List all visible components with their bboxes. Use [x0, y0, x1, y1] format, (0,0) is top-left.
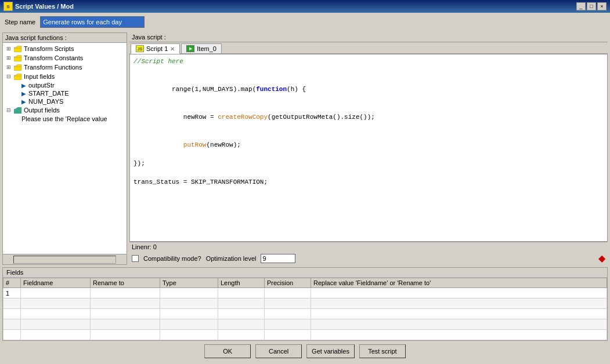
table-cell — [21, 288, 91, 299]
table-cell — [265, 319, 311, 330]
cancel-button[interactable]: Cancel — [255, 344, 302, 358]
left-panel-tree[interactable]: ⊞ Transform Scripts ⊞ — [3, 43, 127, 254]
col-header-number: # — [3, 278, 21, 288]
code-token: (getOutputRowMeta().size()); — [268, 114, 375, 121]
code-line — [133, 168, 604, 177]
tab-bar: JS Script 1 ✕ ▶ Item_0 — [129, 42, 608, 54]
sidebar-item-label: Transform Constants — [24, 54, 83, 61]
main-area: Java script functions : ⊞ Transform Scri… — [2, 32, 608, 265]
table-cell — [265, 309, 311, 319]
sidebar-item-label: Output fields — [24, 107, 60, 114]
table-row[interactable] — [3, 330, 607, 340]
sidebar-item-label: Transform Functions — [24, 64, 82, 71]
tab-item-0[interactable]: ▶ Item_0 — [181, 43, 222, 53]
table-cell — [91, 309, 160, 319]
editor-options-bar: Compatibility mode? Optimization level ◆ — [129, 252, 608, 265]
table-header-row: # Fieldname Rename to Type Length Precis… — [3, 278, 607, 288]
table-cell — [21, 309, 91, 319]
sidebar-item-label: NUM_DAYS — [28, 98, 63, 105]
table-cell — [3, 309, 21, 319]
toggle-icon: ⊟ — [4, 72, 13, 81]
compat-label: Compatibility mode? — [143, 255, 201, 262]
line-number: Linenr: 0 — [132, 243, 157, 250]
table-row[interactable] — [3, 319, 607, 330]
sidebar-item-transform-functions[interactable]: ⊞ Transform Functions — [3, 63, 127, 72]
code-token: newRow = — [172, 114, 218, 121]
table-cell — [21, 330, 91, 340]
ok-button[interactable]: OK — [204, 344, 251, 358]
test-script-button[interactable]: Test script — [359, 344, 406, 358]
maximize-button[interactable]: □ — [587, 2, 596, 10]
code-token: function — [256, 86, 287, 93]
sidebar-item-transform-constants[interactable]: ⊞ Transform Constants — [3, 53, 127, 63]
table-cell — [21, 299, 91, 309]
code-token: createRowCopy — [218, 114, 268, 121]
folder-icon — [13, 45, 23, 53]
sidebar-item-start-date[interactable]: ▶ START_DATE — [3, 89, 127, 97]
code-editor[interactable]: //Script here range(1,NUM_DAYS).map(func… — [129, 54, 608, 242]
app-icon: S — [3, 2, 13, 11]
sidebar-item-output-str[interactable]: ▶ outputStr — [3, 81, 127, 89]
toggle-icon: ⊞ — [4, 63, 13, 71]
sidebar-item-label: Input fields — [24, 73, 55, 80]
table-cell — [311, 299, 607, 309]
step-name-row: Step name — [2, 15, 608, 29]
code-line — [133, 66, 604, 75]
close-button[interactable]: × — [597, 2, 607, 10]
sidebar-item-input-fields[interactable]: ⊟ Input fields — [3, 72, 127, 81]
table-cell — [3, 319, 21, 330]
code-token: range(1,NUM_DAYS).map( — [172, 86, 256, 93]
table-cell — [218, 288, 265, 299]
step-name-input[interactable] — [40, 16, 145, 28]
table-cell — [3, 330, 21, 340]
col-header-precision: Precision — [265, 278, 311, 288]
table-row[interactable] — [3, 299, 607, 309]
window-controls: _ □ × — [576, 2, 607, 10]
table-cell — [91, 288, 160, 299]
table-cell — [3, 299, 21, 309]
table-cell — [311, 319, 607, 330]
sidebar-item-transform-scripts[interactable]: ⊞ Transform Scripts — [3, 44, 127, 53]
h-scroll-track[interactable] — [13, 256, 116, 264]
table-cell — [265, 299, 311, 309]
minimize-button[interactable]: _ — [576, 2, 586, 10]
code-token: (newRow); — [206, 141, 240, 148]
input-fields-icon — [13, 72, 23, 81]
fields-section: Fields # Fieldname Rename to Type Length… — [2, 267, 608, 341]
col-header-rename: Rename to — [91, 278, 160, 288]
table-row[interactable]: 1 — [3, 288, 607, 299]
folder-icon — [13, 54, 23, 62]
toggle-icon: ⊟ — [4, 106, 13, 114]
table-cell — [91, 330, 160, 340]
opt-label: Optimization level — [206, 255, 257, 262]
buttons-row: OK Cancel Get variables Test script — [2, 341, 608, 362]
get-variables-button[interactable]: Get variables — [306, 344, 355, 358]
table-row[interactable] — [3, 309, 607, 319]
tab-script-1[interactable]: JS Script 1 ✕ — [131, 43, 180, 54]
optimization-level-input[interactable] — [261, 254, 295, 263]
sidebar-item-num-days[interactable]: ▶ NUM_DAYS — [3, 97, 127, 105]
right-panel-header: Java script : — [129, 32, 608, 42]
col-header-replace: Replace value 'Fieldname' or 'Rename to' — [311, 278, 607, 288]
table-cell — [265, 330, 311, 340]
child-arrow-icon: ▶ — [21, 82, 26, 89]
left-panel-header: Java script functions : — [3, 33, 127, 43]
right-panel: Java script : JS Script 1 ✕ ▶ Item_0 //S… — [129, 32, 608, 265]
editor-status-bar: Linenr: 0 — [129, 242, 608, 252]
tab-close-icon[interactable]: ✕ — [170, 46, 175, 52]
sidebar-item-label: Transform Scripts — [24, 45, 74, 52]
diamond-icon: ◆ — [598, 253, 605, 264]
code-token: putRow — [172, 141, 206, 148]
table-cell — [218, 309, 265, 319]
compatibility-checkbox[interactable] — [132, 255, 139, 262]
code-line: putRow(newRow); — [133, 131, 604, 159]
toggle-icon: ⊞ — [4, 54, 13, 62]
sidebar-item-label: outputStr — [28, 82, 55, 89]
sidebar-item-output-fields[interactable]: ⊟ Output fields — [3, 105, 127, 115]
table-cell — [21, 319, 91, 330]
col-header-type: Type — [160, 278, 218, 288]
child-arrow-icon: ▶ — [21, 99, 26, 105]
left-panel-scrollbar[interactable] — [3, 254, 127, 264]
fields-table: # Fieldname Rename to Type Length Precis… — [3, 278, 607, 340]
code-line: trans_Status = SKIP_TRANSFORMATION; — [133, 177, 604, 187]
